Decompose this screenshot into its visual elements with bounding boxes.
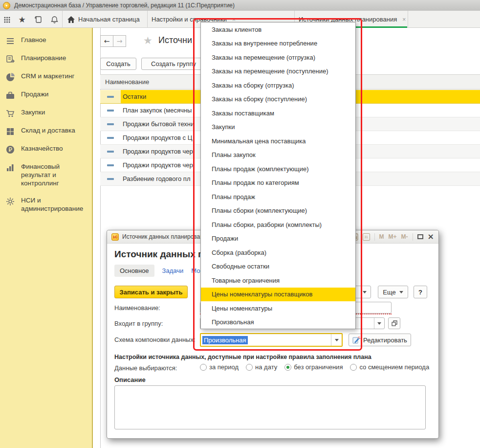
maximize-icon[interactable]	[417, 234, 423, 239]
sidebar-item-treasury[interactable]: Казначейство	[0, 140, 92, 158]
period-radio-group: за период на дату без ограничения со сме…	[200, 363, 429, 371]
calendar-icon[interactable]: 31	[363, 233, 370, 241]
radio-icon	[200, 364, 207, 371]
data-source-type-dropdown: Заказы клиентов Заказы на внутреннее пот…	[200, 22, 356, 329]
group-open-button[interactable]	[388, 317, 400, 329]
tab-planning-close-icon[interactable]: ×	[402, 16, 406, 23]
pie-chart-icon	[6, 73, 15, 82]
dropdown-item[interactable]: Произвольная	[201, 315, 355, 330]
list-item-icon	[107, 96, 114, 98]
sidebar-label: CRM и маркетинг	[21, 72, 74, 81]
radio-so-smeshcheniem[interactable]: со смещением периода	[350, 363, 429, 371]
tab-home-label: Начальная страница	[78, 16, 140, 23]
dropdown-item[interactable]: Планы продаж	[201, 190, 355, 204]
dropdown-item[interactable]: Планы закупок	[201, 148, 355, 162]
sidebar-label: Главное	[21, 36, 46, 45]
dropdown-item[interactable]: Минимальная цена поставщика	[201, 134, 355, 148]
hamburger-icon	[6, 37, 15, 45]
dropdown-item[interactable]: Заказы на внутреннее потребление	[201, 37, 355, 51]
dropdown-item[interactable]: Товарные ограничения	[201, 273, 355, 288]
gear-icon	[6, 197, 15, 206]
chevron-down-icon	[363, 291, 367, 293]
briefcase-icon	[6, 91, 15, 100]
bar-chart-icon	[6, 163, 15, 172]
radio-label: со смещением периода	[359, 363, 429, 371]
chevron-down-icon	[399, 291, 403, 293]
memory-add-button[interactable]: M+	[389, 233, 397, 240]
radio-icon	[350, 364, 357, 371]
dropdown-item[interactable]: Заказы на сборку (отгрузка)	[201, 78, 355, 92]
create-group-button[interactable]: Создать группу	[141, 58, 206, 70]
sidebar-label: НСИ и администрирование	[21, 197, 88, 213]
service-menu-icon[interactable]	[1, 14, 13, 25]
dropdown-item[interactable]: Продажи	[201, 232, 355, 246]
group-dropdown-icon[interactable]	[374, 318, 384, 329]
dropdown-item[interactable]: Сборка (разборка)	[201, 246, 355, 260]
dropdown-item[interactable]: Планы продаж по категориям	[201, 176, 355, 190]
radio-icon	[246, 364, 253, 371]
favorites-star-icon[interactable]: ★	[16, 14, 28, 25]
sidebar-item-planning[interactable]: Планирование	[0, 50, 92, 68]
dropdown-item[interactable]: Заказы клиентов	[201, 22, 355, 37]
dropdown-item[interactable]: Планы продаж (комплектующие)	[201, 162, 355, 176]
close-icon[interactable]: ×	[428, 233, 434, 241]
radio-bez-ogranicheniya[interactable]: без ограничения	[284, 363, 343, 371]
window-title: Демонстрационная база / Управление торго…	[14, 2, 235, 9]
memory-subtract-button[interactable]: M-	[401, 233, 408, 240]
memory-recall-button[interactable]: M	[379, 233, 384, 240]
sidebar-item-main[interactable]: Главное	[0, 32, 92, 50]
sidebar-item-warehouse[interactable]: Склад и доставка	[0, 122, 92, 140]
edit-label: Редактировать	[363, 336, 407, 344]
sidebar-item-admin[interactable]: НСИ и администрирование	[0, 192, 92, 218]
dropdown-item[interactable]: Планы сборки, разборки (комплекты)	[201, 218, 355, 232]
history-icon[interactable]	[32, 14, 44, 25]
description-label: Описание	[114, 376, 146, 383]
dropdown-item[interactable]: Цены номенклатуры	[201, 301, 355, 315]
dropdown-item[interactable]: Заказы поставщикам	[201, 106, 355, 120]
radio-na-datu[interactable]: на дату	[246, 363, 277, 371]
tab-main[interactable]: Основное	[114, 265, 154, 277]
sidebar-label: Казначейство	[21, 145, 63, 153]
app-menu-icon[interactable]: ▾	[3, 2, 10, 9]
back-button[interactable]: ←	[100, 35, 113, 47]
sidebar-item-sales[interactable]: Продажи	[0, 86, 92, 104]
schema-combobox[interactable]: Произвольная	[200, 333, 343, 347]
list-item-icon	[107, 178, 114, 180]
dropdown-item[interactable]: Заказы на перемещение (поступление)	[201, 65, 355, 79]
window-titlebar: ▾ Демонстрационная база / Управление тор…	[0, 0, 480, 11]
dropdown-item[interactable]: Свободные остатки	[201, 260, 355, 274]
open-form-icon	[392, 320, 397, 326]
forward-button[interactable]: →	[113, 35, 126, 47]
dropdown-item[interactable]: Заказы на перемещение (отгрузка)	[201, 50, 355, 65]
edit-button[interactable]: Редактировать	[349, 334, 411, 346]
more-button[interactable]: Еще	[378, 286, 408, 298]
notifications-bell-icon[interactable]	[48, 14, 60, 25]
sidebar-item-crm[interactable]: CRM и маркетинг	[0, 68, 92, 86]
data-select-label: Данные выбираются:	[114, 364, 177, 372]
dropdown-item[interactable]: Закупки	[201, 120, 355, 134]
page-title: Источни	[158, 35, 192, 45]
section-sidebar: Главное Планирование CRM и маркетинг Про…	[0, 28, 93, 448]
tab-home[interactable]: Начальная страница	[64, 11, 147, 28]
create-button[interactable]: Создать	[100, 58, 136, 70]
dialog-heading: Источник данных пл	[114, 249, 210, 260]
sidebar-item-purchases[interactable]: Закупки	[0, 104, 92, 122]
app-window: ▾ Демонстрационная база / Управление тор…	[0, 0, 480, 448]
sidebar-item-finance[interactable]: Финансовый результат и контроллинг	[0, 158, 92, 192]
description-textarea[interactable]	[114, 385, 426, 429]
dropdown-item[interactable]: Планы сборки (комплектующие)	[201, 204, 355, 218]
schema-dropdown-icon[interactable]	[331, 334, 342, 346]
list-item-icon	[107, 151, 114, 153]
dropdown-item[interactable]: Заказы на сборку (поступление)	[201, 92, 355, 107]
sidebar-label: Склад и доставка	[21, 127, 75, 135]
radio-label: за период	[209, 363, 239, 371]
dropdown-item-highlighted[interactable]: Цены номенклатуры поставщиков	[201, 288, 355, 302]
radio-za-period[interactable]: за период	[200, 363, 239, 371]
save-and-close-button[interactable]: Записать и закрыть	[114, 286, 188, 298]
list-item-icon	[107, 137, 114, 139]
tab-tasks[interactable]: Задачи	[162, 267, 184, 274]
tab-my[interactable]: Мо	[191, 267, 200, 274]
sidebar-label: Планирование	[21, 54, 66, 63]
help-button[interactable]: ?	[414, 286, 427, 298]
favorite-toggle-star-icon[interactable]: ★	[143, 35, 153, 46]
